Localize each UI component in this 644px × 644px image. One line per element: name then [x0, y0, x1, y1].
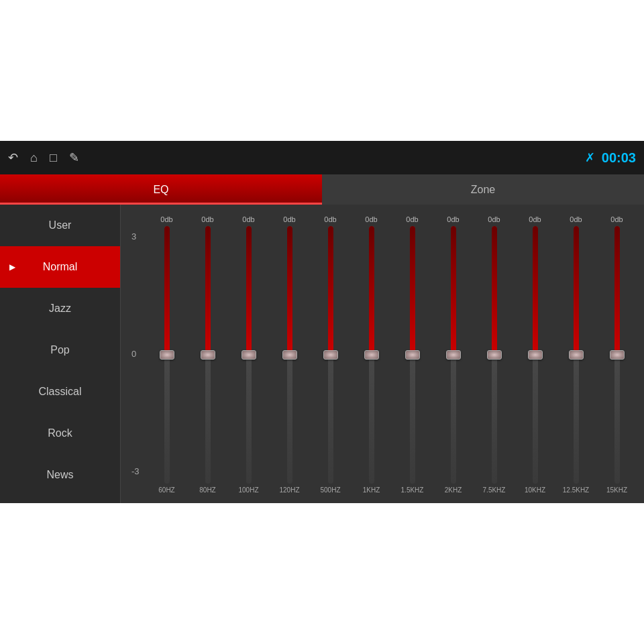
db-label-8: 0db [488, 215, 500, 223]
back-icon[interactable]: ↶ [8, 150, 18, 165]
tab-eq[interactable]: EQ [0, 174, 322, 205]
slider-handle-9[interactable] [528, 350, 543, 360]
sidebar-item-user[interactable]: User [0, 205, 120, 246]
slider-handle-1[interactable] [201, 350, 215, 360]
sidebar-item-classical[interactable]: Classical [0, 371, 120, 413]
db-label-7: 0db [447, 215, 459, 223]
tab-bar: EQ Zone [0, 174, 644, 205]
slider-col-12.5khz[interactable]: 0db12.5KHZ [555, 211, 596, 496]
y-axis: 3 0 -3 [127, 211, 146, 496]
sidebar-item-news-label: News [46, 469, 73, 481]
tab-eq-label: EQ [153, 184, 168, 196]
freq-label-11: 15KHZ [606, 486, 627, 496]
y-label-neg3: -3 [131, 466, 142, 476]
slider-track-red-4 [328, 226, 333, 355]
slider-track-red-3 [287, 226, 292, 355]
eq-area: 3 0 -3 0db60HZ0db80HZ0db100HZ0db120HZ0db… [121, 205, 644, 503]
sliders-row: 0db60HZ0db80HZ0db100HZ0db120HZ0db500HZ0d… [146, 211, 637, 496]
slider-col-100hz[interactable]: 0db100HZ [228, 211, 269, 496]
freq-label-10: 12.5KHZ [563, 486, 589, 496]
tab-zone-label: Zone [471, 184, 495, 196]
eq-sliders-container: 3 0 -3 0db60HZ0db80HZ0db100HZ0db120HZ0db… [121, 211, 637, 496]
top-bar-right: ✗ 00:03 [585, 150, 636, 166]
sidebar-item-jazz[interactable]: Jazz [0, 288, 120, 329]
slider-handle-7[interactable] [446, 350, 461, 360]
db-label-3: 0db [283, 215, 295, 223]
time-display: 00:03 [602, 150, 636, 166]
image-icon[interactable]: ✎ [69, 150, 79, 165]
slider-handle-10[interactable] [569, 350, 584, 360]
db-label-1: 0db [201, 215, 213, 223]
slider-handle-5[interactable] [364, 350, 379, 360]
slider-handle-4[interactable] [323, 350, 338, 360]
slider-col-7.5khz[interactable]: 0db7.5KHZ [474, 211, 515, 496]
slider-track-red-10 [574, 226, 579, 355]
freq-label-7: 2KHZ [445, 486, 462, 496]
slider-col-1.5khz[interactable]: 0db1.5KHZ [392, 211, 433, 496]
slider-handle-0[interactable] [160, 350, 174, 360]
freq-label-9: 10KHZ [525, 486, 545, 496]
sidebar: User ▶ Normal Jazz Pop Classical Rock Ne… [0, 205, 121, 503]
slider-col-2khz[interactable]: 0db2KHZ [433, 211, 474, 496]
main-content: User ▶ Normal Jazz Pop Classical Rock Ne… [0, 205, 644, 503]
freq-label-1: 80HZ [199, 486, 215, 496]
slider-track-red-2 [246, 226, 252, 355]
slider-col-120hz[interactable]: 0db120HZ [269, 211, 310, 496]
sliders-grid: 0db60HZ0db80HZ0db100HZ0db120HZ0db500HZ0d… [146, 211, 637, 496]
db-label-2: 0db [242, 215, 254, 223]
db-label-11: 0db [610, 215, 623, 223]
slider-track-red-1 [205, 226, 211, 355]
slider-track-red-11 [614, 226, 620, 355]
sidebar-item-normal[interactable]: ▶ Normal [0, 246, 120, 288]
sidebar-item-pop[interactable]: Pop [0, 329, 120, 371]
db-label-4: 0db [324, 215, 336, 223]
slider-track-red-9 [533, 226, 538, 355]
slider-handle-2[interactable] [241, 350, 256, 360]
slider-col-1khz[interactable]: 0db1KHZ [351, 211, 392, 496]
slider-col-60hz[interactable]: 0db60HZ [146, 211, 187, 496]
window-icon[interactable]: □ [50, 151, 57, 165]
slider-track-red-6 [410, 226, 415, 355]
slider-track-red-7 [451, 226, 456, 355]
sidebar-item-jazz-label: Jazz [49, 303, 71, 315]
freq-label-3: 120HZ [279, 486, 299, 496]
home-icon[interactable]: ⌂ [30, 151, 38, 165]
y-label-3: 3 [131, 231, 142, 241]
freq-label-2: 100HZ [238, 486, 258, 496]
sidebar-item-user-label: User [49, 219, 72, 231]
slider-track-red-8 [492, 226, 497, 355]
slider-track-red-5 [369, 226, 374, 355]
sidebar-item-classical-label: Classical [38, 386, 81, 398]
slider-handle-8[interactable] [487, 350, 502, 360]
sidebar-item-rock-label: Rock [48, 427, 72, 439]
slider-col-10khz[interactable]: 0db10KHZ [515, 211, 555, 496]
tab-zone[interactable]: Zone [322, 174, 644, 205]
db-label-10: 0db [570, 215, 582, 223]
freq-label-0: 60HZ [158, 486, 174, 496]
slider-track-red-0 [164, 226, 170, 355]
freq-label-4: 500HZ [320, 486, 340, 496]
sidebar-item-rock[interactable]: Rock [0, 413, 120, 454]
slider-col-15khz[interactable]: 0db15KHZ [596, 211, 637, 496]
db-label-9: 0db [529, 215, 541, 223]
sidebar-item-pop-label: Pop [50, 344, 69, 356]
db-label-6: 0db [406, 215, 418, 223]
y-label-0: 0 [131, 349, 142, 359]
freq-label-5: 1KHZ [363, 486, 380, 496]
slider-col-500hz[interactable]: 0db500HZ [310, 211, 351, 496]
freq-label-6: 1.5KHZ [401, 486, 424, 496]
db-label-5: 0db [365, 215, 377, 223]
bluetooth-icon: ✗ [585, 150, 595, 165]
sidebar-item-normal-label: Normal [43, 261, 78, 273]
slider-handle-3[interactable] [282, 350, 297, 360]
slider-col-80hz[interactable]: 0db80HZ [187, 211, 228, 496]
slider-handle-11[interactable] [610, 350, 625, 360]
slider-handle-6[interactable] [405, 350, 420, 360]
top-bar: ↶ ⌂ □ ✎ ✗ 00:03 [0, 141, 644, 174]
db-label-0: 0db [160, 215, 172, 223]
screen: ↶ ⌂ □ ✎ ✗ 00:03 EQ Zone User ▶ Normal [0, 141, 644, 503]
play-icon: ▶ [9, 262, 15, 272]
top-bar-icons: ↶ ⌂ □ ✎ [8, 150, 79, 165]
freq-label-8: 7.5KHZ [483, 486, 506, 496]
sidebar-item-news[interactable]: News [0, 454, 120, 496]
